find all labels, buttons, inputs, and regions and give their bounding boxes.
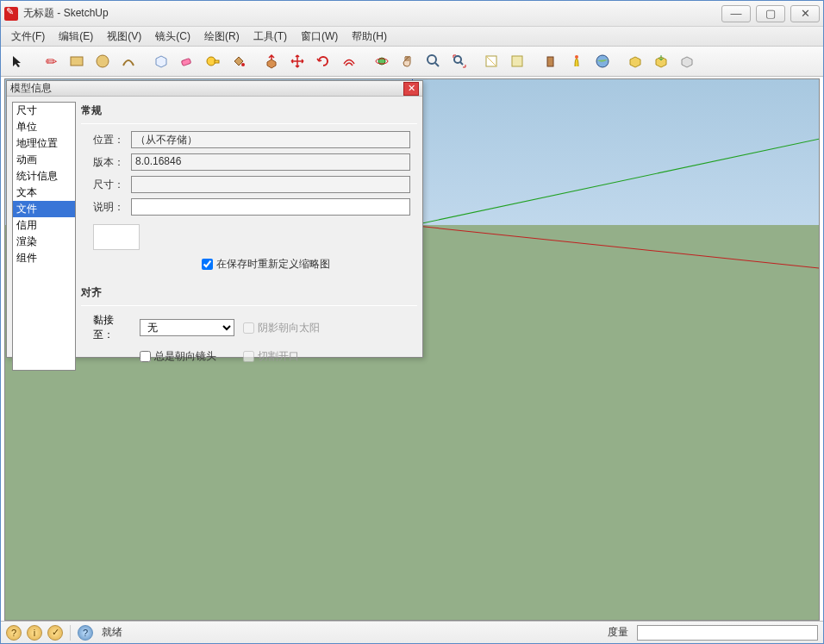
divider [81,305,417,306]
always-face-label: 总是朝向镜头 [154,349,216,364]
menu-view[interactable]: 视图(V) [100,28,148,46]
maximize-button[interactable]: ▢ [756,5,785,22]
circle-tool-icon[interactable] [91,49,115,73]
general-header: 常规 [81,102,417,122]
menu-help[interactable]: 帮助(H) [345,28,394,46]
always-face-check[interactable]: 总是朝向镜头 [140,349,234,364]
redef-thumb-label: 在保存时重新定义缩略图 [216,257,330,272]
rotate-tool-icon[interactable] [311,49,335,73]
menu-draw[interactable]: 绘图(R) [197,28,247,46]
model-info-dialog: 模型信息 ✕ 尺寸单位地理位置动画统计信息文本文件信用渲染组件 常规 位置： （… [6,80,423,358]
pencil-tool-icon[interactable]: ✏ [39,49,63,73]
shadows-face-sun-check: 阴影朝向太阳 [243,321,320,335]
category-item[interactable]: 单位 [13,119,75,135]
pan-tool-icon[interactable] [396,49,420,73]
thumbnail-swatch[interactable] [93,224,140,250]
pushpull-tool-icon[interactable] [259,49,284,73]
offset-tool-icon[interactable] [337,49,361,73]
menu-tools[interactable]: 工具(T) [247,28,294,46]
desc-input[interactable] [131,198,410,216]
menubar: 文件(F) 编辑(E) 视图(V) 镜头(C) 绘图(R) 工具(T) 窗口(W… [1,27,823,47]
share-component-icon[interactable] [675,49,699,73]
category-item[interactable]: 动画 [13,152,75,168]
measure-field[interactable] [637,625,818,641]
get-models-icon[interactable] [623,49,647,73]
row-size: 尺寸： [81,176,417,193]
eraser-tool-icon[interactable] [175,49,199,73]
size-label: 尺寸： [81,178,131,192]
photo-textures-icon[interactable] [565,49,589,73]
always-face-checkbox[interactable] [140,351,151,362]
paint-bucket-icon[interactable] [227,49,251,73]
category-item[interactable]: 统计信息 [13,168,75,184]
add-location-icon[interactable] [480,49,504,73]
svg-point-10 [454,56,461,63]
tape-measure-icon[interactable] [201,49,225,73]
measure-label: 度量 [608,625,628,640]
toolbar: ✏ [1,47,823,77]
redef-thumb-check[interactable]: 在保存时重新定义缩略图 [202,257,417,272]
row-location: 位置： （从不存储） [81,131,417,148]
category-item[interactable]: 文本 [13,184,75,201]
category-item[interactable]: 组件 [13,250,75,266]
category-item[interactable]: 信用 [13,217,75,234]
svg-point-1 [97,55,109,67]
svg-line-11 [460,62,463,65]
category-item[interactable]: 文件 [13,201,75,217]
cut-opening-label: 切割开口 [258,349,299,364]
zoom-extents-icon[interactable] [447,49,471,73]
row-align2: 总是朝向镜头 切割开口 [81,349,417,364]
move-tool-icon[interactable] [285,49,309,73]
dialog-body: 尺寸单位地理位置动画统计信息文本文件信用渲染组件 常规 位置： （从不存储） 版… [7,97,422,376]
toggle-terrain-icon[interactable] [506,49,530,73]
category-list[interactable]: 尺寸单位地理位置动画统计信息文本文件信用渲染组件 [12,102,76,371]
make-component-icon[interactable] [149,49,173,73]
dialog-close-button[interactable]: ✕ [403,82,419,96]
zoom-tool-icon[interactable] [421,49,446,73]
menu-edit[interactable]: 编辑(E) [52,28,100,46]
glue-select[interactable]: 无 [140,319,234,336]
row-glue: 黏接至： 无 阴影朝向太阳 [81,313,417,342]
svg-rect-13 [512,56,522,66]
row-version: 版本： 8.0.16846 [81,153,417,171]
preview-ge-icon[interactable] [590,49,615,73]
cut-opening-checkbox [243,351,254,362]
dialog-titlebar[interactable]: 模型信息 ✕ [7,81,422,97]
version-label: 版本： [81,155,131,170]
minimize-button[interactable]: ― [721,5,751,22]
category-item[interactable]: 地理位置 [13,135,75,152]
status-text: 就绪 [98,625,602,640]
arc-tool-icon[interactable] [116,49,140,73]
hint2-icon[interactable]: i [27,625,42,641]
statusbar: ? i ✓ ? 就绪 度量 [1,621,823,643]
category-item[interactable]: 尺寸 [13,103,75,119]
svg-rect-0 [71,57,83,66]
help-icon[interactable]: ? [78,625,93,641]
location-field: （从不存储） [131,131,410,148]
close-button[interactable]: ✕ [790,5,820,22]
menu-camera[interactable]: 镜头(C) [148,28,197,46]
titlebar: 无标题 - SketchUp ― ▢ ✕ [1,1,823,27]
row-desc: 说明： [81,198,417,216]
svg-line-9 [435,63,439,66]
select-tool-icon[interactable] [6,49,30,73]
share-model-icon[interactable] [649,49,673,73]
glue-label: 黏接至： [81,313,131,342]
form-pane: 常规 位置： （从不存储） 版本： 8.0.16846 尺寸： 说明： 在保存时 [81,102,417,371]
shadows-face-sun-checkbox [243,322,254,334]
desc-label: 说明： [81,200,131,215]
version-field: 8.0.16846 [131,153,410,171]
divider [81,123,417,124]
add-building-icon[interactable] [539,49,563,73]
size-field [131,176,410,193]
svg-point-5 [241,63,245,66]
hint3-icon[interactable]: ✓ [47,625,63,641]
category-item[interactable]: 渲染 [13,234,75,250]
rectangle-tool-icon[interactable] [65,49,89,73]
svg-rect-2 [181,58,190,66]
redef-thumb-checkbox[interactable] [202,259,213,270]
hint1-icon[interactable]: ? [6,625,22,641]
menu-file[interactable]: 文件(F) [4,28,52,46]
menu-window[interactable]: 窗口(W) [294,28,345,46]
orbit-tool-icon[interactable] [370,49,394,73]
